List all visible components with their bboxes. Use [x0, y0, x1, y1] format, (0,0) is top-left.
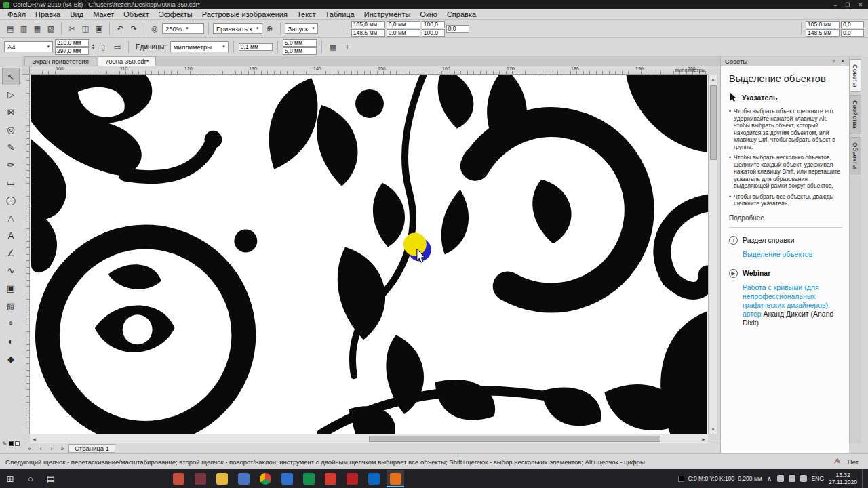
- task-view-icon[interactable]: ▤: [41, 469, 61, 488]
- dimension-tool[interactable]: ∠: [2, 244, 20, 262]
- taskbar-app-icon[interactable]: [343, 470, 361, 487]
- search-icon[interactable]: ○: [20, 469, 41, 488]
- zoom-level-combo[interactable]: 250% ▾: [162, 23, 204, 34]
- scale-y-field[interactable]: 100,0: [422, 29, 445, 37]
- add-toolbar-icon[interactable]: +: [341, 41, 353, 53]
- text-tool[interactable]: A: [2, 226, 20, 244]
- taskbar-app-icon[interactable]: [213, 470, 231, 487]
- menu-effects[interactable]: Эффекты: [154, 9, 197, 19]
- crop-tool[interactable]: ⊠: [2, 103, 20, 121]
- portrait-orientation-button[interactable]: ▯: [97, 41, 109, 53]
- taskbar-app-icon[interactable]: [191, 470, 209, 487]
- tray-icon[interactable]: [777, 475, 784, 482]
- last-page-button[interactable]: »: [58, 444, 67, 453]
- duplicate-x-field[interactable]: 5,0 мм: [283, 39, 317, 47]
- connector-tool[interactable]: ∿: [2, 262, 20, 279]
- taskbar-app-icon[interactable]: [365, 470, 382, 487]
- pick-tool[interactable]: ↖: [2, 68, 20, 85]
- taskbar-app-icon[interactable]: [235, 470, 252, 487]
- menu-bitmaps[interactable]: Растровые изображения: [197, 9, 292, 19]
- language-indicator[interactable]: ENG: [812, 475, 824, 482]
- offset-y-field[interactable]: 0,0: [841, 29, 864, 37]
- tab-current-document[interactable]: 700на 350.cdr*: [98, 56, 156, 66]
- pen-settings-icon[interactable]: ✎: [2, 441, 7, 447]
- ellipse-tool[interactable]: ◯: [2, 191, 20, 209]
- grid-toggle-icon[interactable]: ▦: [327, 41, 339, 53]
- undo-icon[interactable]: ↶: [114, 22, 126, 35]
- cut-icon[interactable]: ✂: [66, 22, 78, 35]
- copy-icon[interactable]: ◫: [79, 22, 92, 35]
- menu-layout[interactable]: Макет: [88, 9, 119, 19]
- size-h-field[interactable]: 0,0 мм: [387, 29, 420, 37]
- minimize-button[interactable]: –: [834, 2, 837, 8]
- save-icon[interactable]: ▦: [31, 22, 43, 35]
- paste-icon[interactable]: ▣: [93, 22, 105, 35]
- tab-objects[interactable]: Объекты: [850, 137, 861, 174]
- print-icon[interactable]: ▧: [45, 22, 57, 35]
- more-link[interactable]: Подробнее: [729, 214, 842, 222]
- transparency-tool[interactable]: ▨: [2, 297, 20, 314]
- size-w-field[interactable]: 0,0 мм: [387, 21, 420, 28]
- rectangle-tool[interactable]: ▭: [2, 174, 20, 191]
- zoom-levels-icon[interactable]: ◎: [149, 22, 161, 35]
- tab-properties[interactable]: Свойства: [850, 95, 861, 134]
- duplicate-y-field[interactable]: 5,0 мм: [283, 47, 317, 55]
- taskbar-app-icon[interactable]: [170, 470, 187, 487]
- polygon-tool[interactable]: △: [2, 209, 20, 226]
- ruler-origin[interactable]: [22, 66, 30, 75]
- tray-expand-icon[interactable]: ∧: [767, 474, 772, 483]
- offset-x-field[interactable]: 0,0: [841, 21, 864, 28]
- nudge-distance-field[interactable]: 0,1 мм: [239, 43, 273, 51]
- menu-window[interactable]: Окно: [415, 9, 442, 19]
- page-height-field[interactable]: 297,0 мм: [55, 47, 89, 55]
- menu-edit[interactable]: Правка: [31, 9, 65, 19]
- tab-welcome-screen[interactable]: Экран приветствия: [24, 56, 96, 66]
- taskbar-app-icon[interactable]: [278, 470, 296, 487]
- taskbar-app-icon[interactable]: [256, 470, 274, 487]
- scroll-down-icon[interactable]: ▼: [709, 425, 717, 434]
- eyedropper-tool[interactable]: ⌖: [2, 314, 20, 332]
- show-desktop-button[interactable]: [862, 469, 865, 488]
- interactive-fill-tool[interactable]: ◐: [2, 332, 20, 350]
- rotation-angle-field[interactable]: 0,0: [446, 25, 469, 33]
- menu-help[interactable]: Справка: [442, 9, 481, 19]
- freehand-tool[interactable]: ✎: [2, 138, 20, 156]
- horizontal-scrollbar[interactable]: ◀ ▶: [30, 434, 708, 443]
- help-topic-link[interactable]: Выделение объектов: [743, 250, 842, 258]
- shape-tool[interactable]: ▷: [2, 85, 20, 103]
- taskbar-app-icon[interactable]: [321, 470, 339, 487]
- vertical-ruler[interactable]: [22, 75, 30, 434]
- scroll-up-icon[interactable]: ▲: [709, 75, 717, 83]
- fill-swatch[interactable]: [9, 441, 14, 446]
- prev-page-button[interactable]: ‹: [36, 444, 45, 453]
- horizontal-scroll-thumb[interactable]: [369, 436, 660, 442]
- horizontal-ruler[interactable]: 100 110 120 130 140 150 160 170 180 190 …: [30, 66, 708, 75]
- taskbar-app-coreldraw[interactable]: [387, 470, 404, 487]
- shadow-tool[interactable]: ▣: [2, 279, 20, 297]
- new-document-icon[interactable]: ▤: [4, 22, 16, 35]
- scale-x-field[interactable]: 100,0: [422, 21, 445, 28]
- menu-table[interactable]: Таблица: [321, 9, 359, 19]
- menu-tools[interactable]: Инструменты: [359, 9, 416, 19]
- page-tab[interactable]: Страница 1: [68, 444, 115, 453]
- tray-icon[interactable]: [789, 475, 795, 482]
- first-page-button[interactable]: «: [25, 444, 35, 453]
- vertical-scroll-thumb[interactable]: [710, 85, 717, 160]
- units-combo[interactable]: миллиметры ▾: [170, 41, 229, 52]
- menu-view[interactable]: Вид: [65, 9, 88, 19]
- smart-fill-tool[interactable]: ◆: [2, 350, 20, 367]
- landscape-orientation-button[interactable]: ▭: [111, 41, 123, 53]
- restore-button[interactable]: ❐: [845, 2, 850, 8]
- page-width-field[interactable]: 210,0 мм: [55, 39, 89, 47]
- docker-close-icon[interactable]: ✕: [840, 58, 845, 64]
- open-icon[interactable]: ▥: [18, 22, 30, 35]
- position-x2-field[interactable]: 105,0 мм: [806, 21, 840, 28]
- outline-swatch[interactable]: [15, 441, 20, 446]
- menu-text[interactable]: Текст: [292, 9, 321, 19]
- close-button[interactable]: ✕: [858, 2, 863, 8]
- dimension-spinner[interactable]: ▲ ▼: [92, 43, 95, 50]
- next-page-button[interactable]: ›: [47, 444, 56, 453]
- position-x-field[interactable]: 105,0 мм: [351, 21, 385, 28]
- position-y-field[interactable]: 148,5 мм: [351, 29, 385, 37]
- page-size-preset-combo[interactable]: A4 ▾: [4, 41, 53, 52]
